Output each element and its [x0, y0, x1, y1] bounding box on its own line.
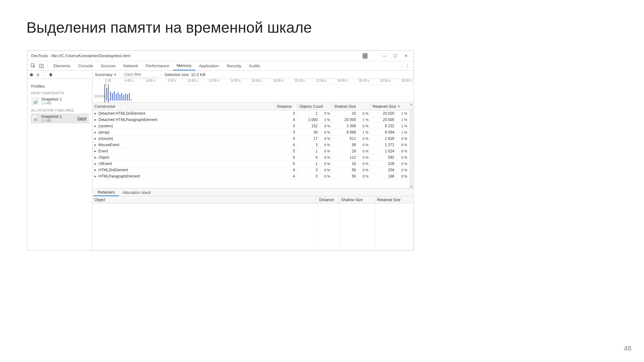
timeline-bars — [106, 88, 132, 101]
cell-shallow-pct: 1 % — [358, 130, 371, 134]
expand-icon[interactable]: ▶ — [94, 112, 97, 115]
cell-objects-pct: 0 % — [320, 143, 332, 147]
allocation-snapshot-item[interactable]: Snapshot 1 1.5 MB Save — [31, 113, 89, 123]
inspect-icon[interactable] — [31, 63, 36, 69]
table-row[interactable]: ▶Event510 %280 %1 0240 % — [92, 148, 409, 154]
record-icon[interactable] — [30, 73, 33, 76]
table-row[interactable]: ▶Object540 %1120 %5920 % — [92, 154, 409, 161]
cell-shallow: 512 — [332, 136, 358, 141]
tab-security[interactable]: Security — [223, 61, 245, 70]
table-row[interactable]: ▶UIEvent510 %160 %3280 % — [92, 161, 409, 167]
divider — [47, 63, 48, 69]
table-row[interactable]: ▶Detached HTMLParagraphElement41 0002 %2… — [92, 117, 409, 123]
cell-shallow: 16 — [332, 162, 358, 166]
col-retained-size[interactable]: Retained Size — [375, 196, 414, 203]
more-icon[interactable]: ⋮ — [405, 63, 410, 69]
snapshot-thumb-icon — [32, 98, 39, 105]
table-row[interactable]: ▶(closure)4170 %5120 %2 6280 % — [92, 135, 409, 142]
cell-shallow: 56 — [332, 168, 358, 172]
class-filter-input[interactable] — [123, 72, 158, 77]
cell-retained: 188 — [371, 174, 397, 178]
cell-objects-pct: 0 % — [320, 130, 332, 134]
save-link[interactable]: Save — [77, 116, 88, 121]
timeline-tick: 16.00 s — [242, 79, 264, 84]
memory-main: Summary ▼ Selected size: 32.0 KB 2.00 s4… — [92, 71, 414, 250]
expand-icon[interactable]: ▶ — [94, 162, 97, 165]
cell-retained-pct: 1 % — [397, 124, 409, 128]
expand-icon[interactable]: ▶ — [94, 124, 97, 128]
allocation-timeline[interactable]: 2.00 s4.00 s6.00 s8.00 s10.00 s12.00 s14… — [92, 79, 414, 103]
col-distance[interactable]: Distance — [275, 103, 297, 110]
table-row[interactable]: ▶(system)31520 %3 3080 %9 2321 % — [92, 123, 409, 129]
chevron-down-icon: ▼ — [114, 73, 117, 76]
cell-objects-pct: 0 % — [320, 112, 332, 115]
tab-application[interactable]: Application — [195, 61, 223, 70]
trash-icon[interactable] — [49, 73, 53, 77]
window-minimize-button[interactable]: — — [382, 53, 387, 58]
expand-icon[interactable]: ▶ — [94, 131, 97, 134]
cell-retained: 1 372 — [371, 143, 397, 147]
scrollbar[interactable]: ▲ — [409, 103, 414, 110]
retainers-header: Object Distance Shallow Size Retained Si… — [92, 196, 414, 203]
snapshot-size: 1.5 MB — [41, 119, 62, 123]
view-dropdown[interactable]: Summary ▼ — [95, 72, 117, 77]
expand-icon[interactable]: ▶ — [94, 175, 97, 178]
expand-icon[interactable]: ▶ — [94, 168, 97, 172]
cell-distance: 4 — [275, 143, 297, 147]
constructor-name: Detached HTMLDivElement — [98, 111, 145, 116]
col-constructor[interactable]: Constructor — [92, 103, 275, 110]
retainers-tab-allocation-stack[interactable]: Allocation stack — [119, 189, 155, 196]
cell-shallow-pct: 0 % — [358, 112, 371, 115]
table-row[interactable]: ▶MouseEvent430 %560 %1 3720 % — [92, 142, 409, 148]
table-row[interactable]: ▶(array)3300 %8 5681 %8 5841 % — [92, 129, 409, 135]
window-close-button[interactable]: ✕ — [403, 53, 408, 58]
cell-shallow: 56 — [332, 143, 358, 147]
col-shallow-size[interactable]: Shallow Size — [339, 196, 375, 203]
expand-icon[interactable]: ▶ — [94, 137, 97, 140]
expand-icon[interactable]: ▶ — [94, 156, 97, 159]
constructor-name: (array) — [98, 130, 109, 134]
cell-distance: 3 — [275, 130, 297, 134]
tab-memory[interactable]: Memory — [173, 61, 195, 70]
col-objects-count[interactable]: Objects Count — [297, 103, 332, 110]
tab-network[interactable]: Network — [119, 61, 142, 70]
retainers-body — [92, 203, 414, 250]
constructor-name: MouseEvent — [98, 143, 119, 147]
tab-elements[interactable]: Elements — [50, 61, 74, 70]
retainers-tab-retainers[interactable]: Retainers — [94, 189, 119, 196]
expand-icon[interactable]: ▶ — [94, 118, 97, 121]
device-toggle-icon[interactable] — [39, 63, 44, 69]
timeline-tick: 20.00 s — [285, 79, 306, 84]
expand-icon[interactable]: ▶ — [94, 150, 97, 153]
cell-distance: 4 — [275, 118, 297, 122]
timeline-tick: 12.00 s — [199, 79, 221, 84]
table-row[interactable]: ▶HTMLDivElement430 %560 %2040 % — [92, 167, 409, 173]
window-maximize-button[interactable]: ☐ — [393, 53, 398, 58]
heap-snapshots-heading: HEAP SNAPSHOTS — [31, 91, 89, 95]
tab-audits[interactable]: Audits — [245, 61, 264, 70]
table-row[interactable]: ▶Detached HTMLDivElement310 %200 %20 020… — [92, 110, 409, 117]
col-shallow-size[interactable]: Shallow Size — [332, 103, 371, 110]
cell-retained-pct: 0 % — [397, 162, 409, 166]
cell-retained: 9 232 — [371, 124, 397, 128]
tab-performance[interactable]: Performance — [142, 61, 173, 70]
timeline-tick: 26.00 s — [349, 79, 371, 84]
scrollbar[interactable]: ▼ — [409, 110, 414, 188]
cell-objects: 1 000 — [297, 118, 320, 122]
heap-snapshot-item[interactable]: Snapshot 1 1.5 MB — [31, 96, 89, 106]
tab-console[interactable]: Console — [74, 61, 97, 70]
extension-icon[interactable]: ✓ — [363, 53, 368, 59]
cell-shallow-pct: 1 % — [358, 118, 371, 122]
clear-icon[interactable]: ⊘ — [36, 72, 40, 77]
expand-icon[interactable]: ▶ — [94, 143, 97, 146]
col-object[interactable]: Object — [92, 196, 317, 203]
cell-shallow: 56 — [332, 174, 358, 178]
tab-sources[interactable]: Sources — [97, 61, 119, 70]
cell-objects-pct: 0 % — [320, 162, 332, 166]
sort-desc-icon: ▼ — [397, 105, 400, 108]
col-distance[interactable]: Distance — [317, 196, 339, 203]
constructor-name: HTMLParagraphElement — [98, 174, 140, 178]
table-row[interactable]: ▶HTMLParagraphElement430 %560 %1880 % — [92, 173, 409, 179]
col-retained-size[interactable]: Retained Size ▼ — [371, 103, 409, 110]
cell-retained: 2 628 — [371, 136, 397, 141]
